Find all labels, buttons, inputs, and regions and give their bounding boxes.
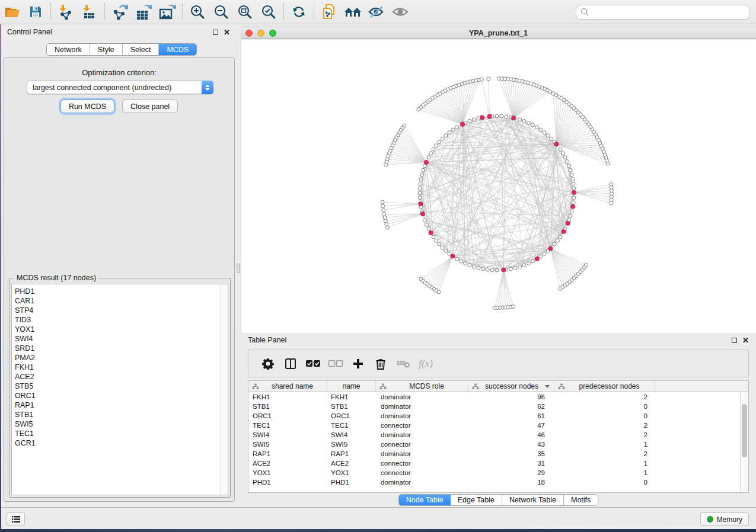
mcds-result-item[interactable]: PHD1 [12,287,219,296]
run-mcds-button[interactable]: Run MCDS [60,100,114,113]
close-table-panel-icon[interactable]: ✕ [742,338,749,343]
mcds-result-item[interactable]: CAR1 [12,296,219,306]
hide-selected-icon[interactable] [365,2,388,22]
mcds-result-item[interactable]: SWI4 [12,334,219,344]
float-table-panel-icon[interactable] [732,338,737,343]
mcds-result-item[interactable]: GCR1 [12,438,219,448]
mcds-result-item[interactable]: STB1 [12,410,219,419]
refresh-network-icon[interactable] [287,2,311,22]
mcds-result-item[interactable]: ORC1 [12,391,219,400]
table-row[interactable]: FKH1FKH1dominator962 [248,392,740,402]
tab-edge-table[interactable]: Edge Table [451,495,502,505]
toolbar-separator [104,4,105,20]
mcds-result-item[interactable]: RAP1 [12,400,219,410]
mcds-result-item[interactable]: SRD1 [12,344,219,353]
show-all-icon[interactable] [388,2,412,22]
search-input[interactable] [589,8,745,16]
table-row[interactable]: ACE2ACE2connector311 [248,459,740,468]
table-cell: connector [376,421,468,430]
first-neighbors-icon[interactable] [341,2,365,22]
task-history-button[interactable] [7,512,25,525]
mcds-result-item[interactable]: FKH1 [12,363,219,372]
close-panel-icon[interactable]: ✕ [224,30,230,35]
float-panel-icon[interactable] [213,30,218,35]
open-file-icon[interactable] [0,2,24,22]
tab-mcds[interactable]: MCDS [159,44,196,55]
mcds-result-item[interactable]: ACE2 [12,372,219,382]
tab-motifs[interactable]: Motifs [564,495,598,505]
duplicate-network-icon[interactable] [317,2,341,22]
table-row[interactable]: YOX1YOX1connector291 [248,468,740,477]
mcds-result-listbox[interactable]: PHD1CAR1STP4TID3YOX1SWI4SRD1PMA2FKH1ACE2… [11,284,228,495]
add-column-icon[interactable] [347,352,369,375]
table-row[interactable]: SWI5SWI5connector431 [248,440,740,449]
tab-select[interactable]: Select [123,44,160,55]
splitter-handle-icon[interactable] [237,264,240,273]
criterion-dropdown[interactable]: largest connected component (undirected) [27,81,213,94]
table-row[interactable]: PHD1PHD1dominator180 [248,477,740,487]
table-cell: SWI4 [327,430,376,440]
tab-network[interactable]: Network [47,44,90,55]
mcds-result-item[interactable]: PMA2 [12,353,219,363]
zoom-selected-icon[interactable] [257,2,280,22]
close-panel-button[interactable]: Close panel [122,100,178,113]
import-table-icon[interactable] [78,2,101,22]
column-header-name[interactable]: name [327,381,376,392]
columns-icon[interactable] [279,352,302,375]
network-graph[interactable] [241,40,756,333]
window-close-icon[interactable] [245,30,253,37]
table-cell: SWI5 [327,440,376,449]
zoom-fit-icon[interactable] [233,2,257,22]
mcds-list-scrollbar[interactable] [220,284,228,495]
table-row[interactable]: STB1STB1dominator620 [248,402,740,411]
export-table-icon[interactable] [132,2,155,22]
window-zoom-icon[interactable] [269,30,276,37]
table-cell: PHD1 [248,477,327,487]
tab-node-table[interactable]: Node Table [399,495,451,505]
gear-icon[interactable] [257,352,279,375]
delete-column-icon[interactable] [369,352,392,375]
zoom-in-icon[interactable] [186,2,209,22]
vertical-splitter[interactable] [236,25,241,507]
deselect-all-icon[interactable] [324,352,347,375]
tab-style[interactable]: Style [90,44,123,55]
column-header-MCDS-role[interactable]: MCDS role [376,381,468,392]
mcds-result-item[interactable]: STP4 [12,306,219,315]
network-titlebar[interactable]: YPA_prune.txt_1 [241,27,756,39]
network-title: YPA_prune.txt_1 [241,29,756,37]
select-all-icon[interactable] [302,352,324,375]
mcds-result-list: PHD1CAR1STP4TID3YOX1SWI4SRD1PMA2FKH1ACE2… [12,287,219,448]
mcds-result-item[interactable]: YOX1 [12,325,219,334]
scrollbar-thumb[interactable] [742,404,747,457]
sort-arrow-icon [545,385,550,388]
save-session-icon[interactable] [24,2,47,22]
table-row[interactable]: ORC1ORC1dominator610 [248,411,740,421]
table-row[interactable]: RAP1RAP1dominator352 [248,449,740,459]
table-cell: STB1 [327,402,376,411]
memory-label: Memory [717,515,742,524]
mcds-result-item[interactable]: SWI5 [12,419,219,429]
table-row[interactable]: TEC1TEC1connector472 [248,421,740,430]
tab-network-table[interactable]: Network Table [502,495,564,505]
column-header-successor-nodes[interactable]: successor nodes [468,381,554,392]
import-network-icon[interactable] [54,2,78,22]
column-header-shared-name[interactable]: shared name [248,381,327,392]
mcds-result-item[interactable]: TID3 [12,315,219,325]
search-field[interactable] [576,5,750,20]
export-network-icon[interactable] [108,2,132,22]
export-image-icon[interactable] [155,2,179,22]
table-cell: 61 [468,411,554,421]
zoom-out-icon[interactable] [209,2,233,22]
column-header-predecessor-nodes[interactable]: predecessor nodes [554,381,655,392]
table-row[interactable]: SWI4SWI4dominator462 [248,430,740,440]
mcds-result-item[interactable]: STB5 [12,382,219,391]
table-header: shared namenameMCDS rolesuccessor nodesp… [248,381,748,392]
table-cell: ACE2 [327,459,376,468]
table-cell: TEC1 [248,421,327,430]
mcds-result-item[interactable]: TEC1 [12,429,219,438]
network-canvas[interactable] [241,40,756,333]
memory-button[interactable]: Memory [700,512,749,526]
window-minimize-icon[interactable] [257,30,264,37]
table-cell: 47 [468,421,554,430]
table-scrollbar[interactable] [740,392,748,492]
